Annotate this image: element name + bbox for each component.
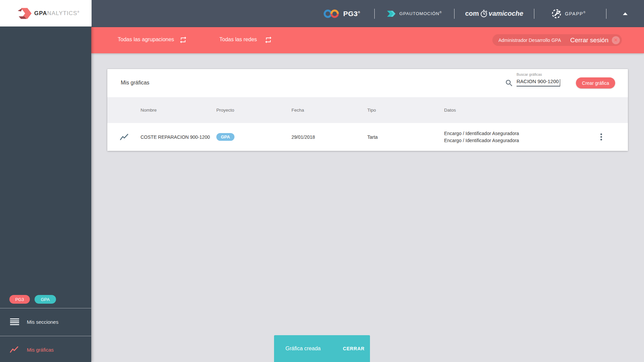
sidebar-badge-pg3[interactable]: PG3	[9, 295, 30, 304]
charts-card: Mis gráficas Buscar gráficas Crear gráfi…	[107, 69, 628, 151]
col-header-tipo: Tipo	[367, 108, 444, 113]
chart-line-icon	[9, 346, 19, 353]
table-row[interactable]: COSTE REPARACION 900-1200 GPA 29/01/2018…	[107, 123, 628, 151]
gpautomocion-logo-icon	[387, 9, 396, 18]
gpautomocion-app-link[interactable]: GPAUTOMOCIÓN®	[387, 9, 442, 18]
sidebar-item-mis-graficas[interactable]: Mis gráficas	[0, 336, 91, 362]
logout-close-icon[interactable]: ✕	[612, 36, 620, 44]
chart-line-icon	[119, 133, 129, 141]
col-header-proyecto: Proyecto	[216, 108, 291, 113]
menu-icon	[10, 318, 19, 325]
header-divider	[534, 9, 534, 19]
gpapp-app-link[interactable]: GPAPP®	[551, 8, 586, 19]
header-divider	[374, 9, 375, 19]
gpapp-logo-icon	[551, 8, 562, 19]
sidebar-badge-gpa[interactable]: GPA	[35, 295, 56, 304]
pg3-app-link[interactable]: PG3®	[323, 9, 360, 19]
search-field-group: Buscar gráficas	[517, 72, 560, 90]
repeat-icon[interactable]	[179, 36, 187, 44]
col-header-datos: Datos	[444, 108, 574, 113]
groupings-filter[interactable]: Todas las agrupaciones	[118, 37, 174, 43]
gpa-analytics-logo-icon	[17, 6, 32, 21]
networks-filter[interactable]: Todas las redes	[219, 37, 257, 43]
compravamicoche-post: vamicoche	[489, 10, 523, 17]
filter-bar: Todas las agrupaciones Todas las redes A…	[91, 27, 644, 53]
toast-close-button[interactable]: CERRAR	[343, 346, 365, 351]
pg3-label: PG3®	[343, 10, 360, 18]
row-data-line: Encargo / Identificador Aseguradora	[444, 130, 574, 137]
pg3-logo-icon	[323, 9, 340, 19]
card-header: Mis gráficas Buscar gráficas Crear gráfi…	[107, 69, 628, 97]
logout-button[interactable]: Cerrar sesión	[570, 37, 608, 44]
kebab-menu-icon[interactable]	[596, 132, 606, 142]
search-input[interactable]	[517, 78, 560, 86]
stopwatch-icon	[480, 9, 488, 18]
header-divider	[454, 9, 454, 19]
text-caret	[560, 79, 560, 86]
user-name: Administrador Desarrollo GPA	[498, 38, 561, 43]
page-title: Mis gráficas	[121, 80, 149, 86]
repeat-icon[interactable]	[264, 36, 272, 44]
sidebar-item-label: Mis secciones	[27, 319, 58, 325]
row-data-line: Encargo / Identificador Aseguradora	[444, 137, 574, 144]
col-header-nombre: Nombre	[141, 108, 216, 113]
search-floating-label: Buscar gráficas	[517, 72, 560, 76]
sidebar-item-mis-secciones[interactable]: Mis secciones	[0, 308, 91, 335]
top-header: PG3® GPAUTOMOCIÓN® com vamicoche	[91, 0, 644, 27]
collapse-header-arrow-icon[interactable]	[623, 12, 628, 15]
sidebar: PG3 GPA Mis secciones Mis gráficas	[0, 26, 91, 362]
user-session-chip: Administrador Desarrollo GPA Cerrar sesi…	[492, 34, 622, 46]
col-header-fecha: Fecha	[291, 108, 367, 113]
gpa-analytics-wordmark: GPANALYTICS®	[34, 10, 79, 17]
sidebar-item-label: Mis gráficas	[27, 347, 54, 353]
snackbar-toast: Gráfica creada CERRAR	[274, 335, 370, 362]
gpautomocion-label: GPAUTOMOCIÓN®	[399, 11, 442, 16]
gpa-analytics-home-link[interactable]: GPANALYTICS®	[0, 0, 92, 26]
row-date: 29/01/2018	[291, 134, 367, 140]
compravamicoche-pre: com	[465, 10, 479, 17]
search-icon	[505, 79, 514, 87]
table-header-row: Nombre Proyecto Fecha Tipo Datos	[107, 97, 628, 123]
gpapp-label: GPAPP®	[565, 11, 586, 16]
row-chart-name: COSTE REPARACION 900-1200	[141, 134, 216, 140]
row-type: Tarta	[367, 134, 444, 140]
create-chart-button[interactable]: Crear gráfica	[576, 77, 615, 88]
project-badge: GPA	[216, 133, 234, 141]
row-data-fields: Encargo / Identificador Aseguradora Enca…	[444, 130, 574, 144]
compravamicoche-app-link[interactable]: com vamicoche	[465, 9, 524, 18]
toast-message: Gráfica creada	[285, 346, 321, 352]
app-root: PG3® GPAUTOMOCIÓN® com vamicoche	[0, 0, 644, 362]
